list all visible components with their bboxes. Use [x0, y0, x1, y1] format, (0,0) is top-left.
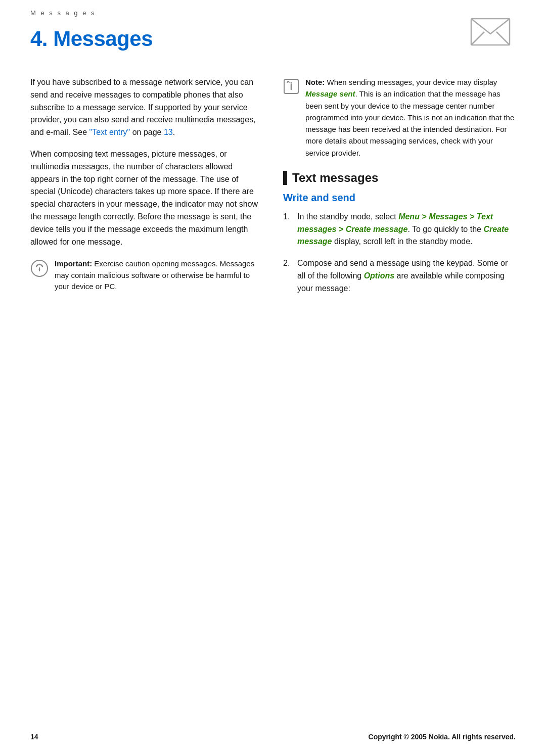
header-text: M e s s a g e s	[30, 9, 96, 17]
text-messages-title: Text messages	[292, 171, 378, 185]
note-icon	[283, 78, 299, 94]
main-content: If you have subscribed to a message netw…	[0, 66, 546, 345]
list-item: 2. Compose and send a message using the …	[283, 257, 516, 295]
write-and-send-title: Write and send	[283, 192, 516, 204]
svg-point-8	[291, 82, 292, 84]
important-box: Important: Exercise caution opening mess…	[30, 258, 263, 293]
message-sent-italic: Message sent	[305, 89, 355, 98]
intro-paragraph: If you have subscribed to a message netw…	[30, 76, 263, 139]
header-bar: M e s s a g e s	[0, 0, 546, 17]
second-paragraph: When composing text messages, picture me…	[30, 148, 263, 248]
note-label: Note:	[305, 78, 325, 86]
text-messages-section-heading: Text messages	[283, 171, 516, 185]
left-column: If you have subscribed to a message netw…	[30, 76, 263, 304]
important-text: Important: Exercise caution opening mess…	[55, 258, 263, 293]
page-number: 14	[30, 733, 38, 741]
note-box: Note: When sending messages, your device…	[283, 76, 516, 159]
svg-line-1	[471, 32, 484, 45]
important-label: Important:	[55, 259, 92, 268]
section-bar-icon	[283, 171, 287, 185]
chapter-title: 4. Messages	[30, 27, 516, 51]
options-italic: Options	[364, 271, 394, 280]
caution-icon	[30, 259, 49, 277]
footer: 14 Copyright © 2005 Nokia. All rights re…	[0, 733, 546, 741]
envelope-icon	[470, 17, 511, 49]
svg-line-2	[496, 32, 510, 45]
steps-list: 1. In the standby mode, select Menu > Me…	[283, 211, 516, 295]
chapter-number: 4.	[30, 27, 48, 51]
chapter-name: Messages	[53, 27, 153, 51]
page-13-link[interactable]: 13	[164, 128, 173, 136]
copyright: Copyright © 2005 Nokia. All rights reser…	[369, 733, 516, 741]
right-column: Note: When sending messages, your device…	[283, 76, 516, 304]
note-text: Note: When sending messages, your device…	[305, 76, 516, 159]
text-entry-link[interactable]: "Text entry"	[89, 128, 130, 136]
list-content-2: Compose and send a message using the key…	[297, 257, 516, 295]
list-content-1: In the standby mode, select Menu > Messa…	[297, 211, 516, 248]
list-item: 1. In the standby mode, select Menu > Me…	[283, 211, 516, 248]
list-number-2: 2.	[283, 257, 292, 295]
page: M e s s a g e s 4. Messages If you have …	[0, 0, 546, 756]
list-number-1: 1.	[283, 211, 292, 248]
